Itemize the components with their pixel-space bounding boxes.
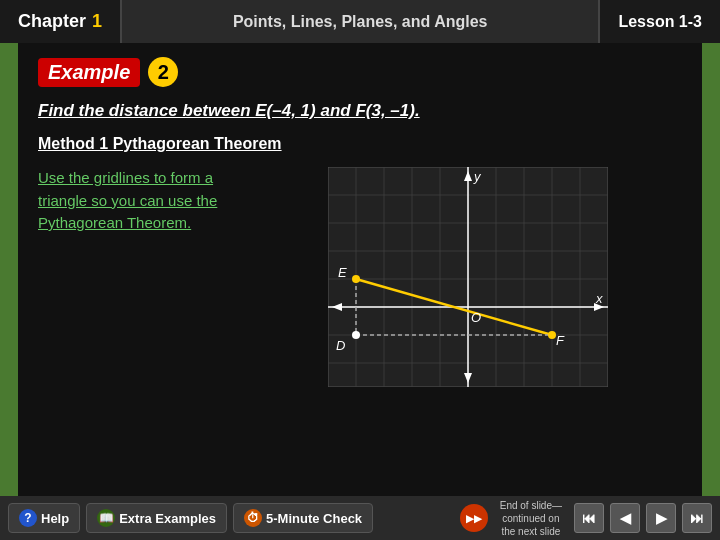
- example-badge: Example 2: [38, 57, 178, 87]
- svg-text:O: O: [471, 310, 481, 325]
- method-title: Method 1 Pythagorean Theorem: [38, 135, 682, 153]
- svg-text:E: E: [338, 265, 347, 280]
- left-accent-strip: [0, 43, 18, 496]
- nav-prev-button[interactable]: ◀: [610, 503, 640, 533]
- main-content: Example 2 Find the distance between E(–4…: [18, 43, 702, 496]
- header-bar: Chapter 1 Points, Lines, Planes, and Ang…: [0, 0, 720, 43]
- content-row: Use the gridlines to form a triangle so …: [38, 167, 682, 387]
- extra-examples-icon: 📖: [97, 509, 115, 527]
- five-min-icon: ⏱: [244, 509, 262, 527]
- explanation-text: Use the gridlines to form a triangle so …: [38, 167, 238, 235]
- end-of-slide-icon: ▶▶: [460, 504, 488, 532]
- svg-point-32: [352, 331, 360, 339]
- right-accent-strip: [702, 43, 720, 496]
- nav-first-button[interactable]: ⏮: [574, 503, 604, 533]
- svg-point-28: [352, 275, 360, 283]
- svg-text:D: D: [336, 338, 345, 353]
- nav-last-button[interactable]: ⏭: [682, 503, 712, 533]
- coordinate-graph: x y E F D: [328, 167, 608, 387]
- nav-next-button[interactable]: ▶: [646, 503, 676, 533]
- header-lesson: Lesson 1-3: [598, 0, 720, 43]
- bottom-bar: ? Help 📖 Extra Examples ⏱ 5-Minute Check…: [0, 496, 720, 540]
- example-label: Example: [38, 58, 140, 87]
- example-number: 2: [148, 57, 178, 87]
- extra-examples-button[interactable]: 📖 Extra Examples: [86, 503, 227, 533]
- graph-container: x y E F D: [254, 167, 682, 387]
- header-title: Points, Lines, Planes, and Angles: [122, 13, 598, 31]
- help-button[interactable]: ? Help: [8, 503, 80, 533]
- chapter-label: Chapter 1: [0, 0, 122, 43]
- help-icon: ?: [19, 509, 37, 527]
- svg-point-30: [548, 331, 556, 339]
- problem-statement: Find the distance between E(–4, 1) and F…: [38, 101, 682, 121]
- end-of-slide-text: End of slide— continued on the next slid…: [500, 499, 562, 538]
- five-min-check-button[interactable]: ⏱ 5-Minute Check: [233, 503, 373, 533]
- svg-text:F: F: [556, 333, 565, 348]
- svg-text:x: x: [595, 291, 603, 306]
